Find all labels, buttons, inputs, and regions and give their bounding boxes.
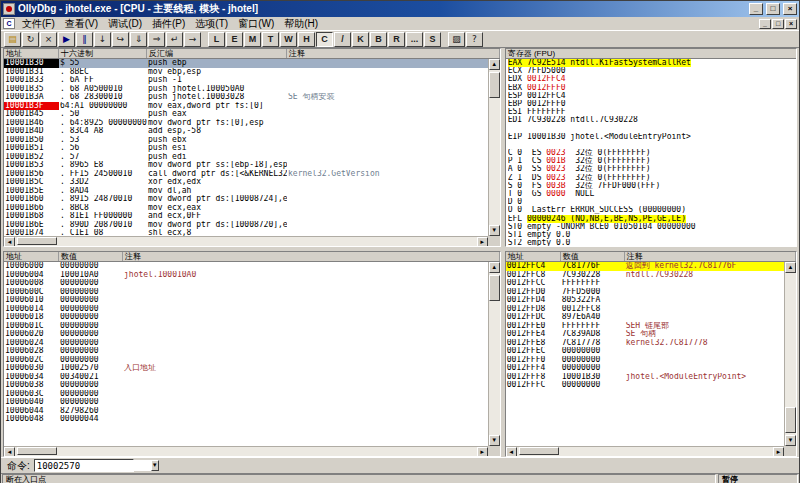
references-window-button[interactable]: R <box>388 32 405 47</box>
dump-row[interactable]: 10006024 00000000 <box>4 339 488 348</box>
register-line[interactable] <box>508 125 796 133</box>
disasm-row[interactable]: 10001B35 . 68 A0500010 push jhotel.10005… <box>4 85 488 94</box>
disasm-row[interactable]: 10001B60 . 8915 24870010 mov dword ptr d… <box>4 195 488 204</box>
scroll-right-icon[interactable]: ► <box>477 237 488 247</box>
dump-row[interactable]: 10006008 00000000 <box>4 279 488 288</box>
stack-row[interactable]: 0012FFF8 10001B30 jhotel.<ModuleEntryPoi… <box>506 373 784 382</box>
disasm-row[interactable]: 10001B66 . 8BC8 mov ecx,eax <box>4 204 488 213</box>
dump-row[interactable]: 10006040 00000000 <box>4 398 488 407</box>
stack-row[interactable]: 0012FFC8 7C930228 ntdll.7C930228 <box>506 271 784 280</box>
scrollbar-thumb[interactable] <box>785 407 796 433</box>
mdi-close-button[interactable]: × <box>785 19 797 29</box>
disasm-row[interactable]: 10001B68 . 81E1 FF000000 and ecx,0FF <box>4 212 488 221</box>
stack-horizontal-scrollbar[interactable]: ◄ ► <box>506 446 784 456</box>
menu-help[interactable]: 帮助(H) <box>279 17 323 31</box>
disasm-row[interactable]: 10001B30 $ 55 push ebp <box>4 59 488 68</box>
dump-row[interactable]: 10006028 00000000 <box>4 347 488 356</box>
menu-debug[interactable]: 调试(D) <box>103 17 147 31</box>
scroll-up-icon[interactable]: ▲ <box>489 59 500 70</box>
step-into-button[interactable]: ↓ <box>94 32 111 47</box>
disasm-row[interactable]: 10001B33 . 6A FF push -1 <box>4 76 488 85</box>
register-line[interactable]: ST1 empty 0.0 <box>508 231 796 239</box>
stack-row[interactable]: 0012FFDC 897E6A40 <box>506 313 784 322</box>
disasm-row[interactable]: 10001B74 . C1E1 08 shl ecx,8 <box>4 229 488 236</box>
register-line[interactable]: EBP 0012FFF0 <box>508 100 796 108</box>
disassembly-horizontal-scrollbar[interactable]: ◄ ► <box>4 236 488 246</box>
register-line[interactable]: O 0 LastErr ERROR_SUCCESS (00000000) <box>508 206 796 214</box>
dump-row[interactable]: 10006014 00000000 <box>4 305 488 314</box>
stack-row[interactable]: 0012FFFC 00000000 <box>506 381 784 390</box>
register-line[interactable]: EFL 00000246 (NO,NB,E,BE,NS,PE,GE,LE) <box>508 215 796 223</box>
register-line[interactable]: EIP 10001B30 jhotel.<ModuleEntryPoint> <box>508 133 796 141</box>
dump-row[interactable]: 1000603C 00000000 <box>4 390 488 399</box>
help-button[interactable]: ? <box>466 32 483 47</box>
mdi-minimize-button[interactable]: _ <box>759 19 771 29</box>
register-line[interactable]: ST0 empty -UNORM BCE0 01050104 00000000 <box>508 223 796 231</box>
disasm-row[interactable]: 10001B3A . 68 28300010 push jhotel.10003… <box>4 93 488 102</box>
minimize-button[interactable]: _ <box>749 3 763 15</box>
disasm-row[interactable]: 10001B52 . 57 push edi <box>4 153 488 162</box>
scroll-down-icon[interactable]: ▼ <box>785 435 796 446</box>
dump-row[interactable]: 1000602C 00000000 <box>4 356 488 365</box>
scroll-right-icon[interactable]: ► <box>477 447 488 457</box>
dump-vertical-scrollbar[interactable]: ▲ ▼ <box>488 262 500 446</box>
register-line[interactable]: ESP 0012FFC4 <box>508 92 796 100</box>
dump-row[interactable]: 1000601C 00000000 <box>4 322 488 331</box>
run-button[interactable]: ▶ <box>58 32 75 47</box>
disasm-row[interactable]: 10001B4D . 83C4 A8 add esp,-58 <box>4 127 488 136</box>
command-input[interactable] <box>35 460 151 471</box>
register-line[interactable]: D 0 <box>508 198 796 206</box>
menu-window[interactable]: 窗口(W) <box>233 17 279 31</box>
stack-row[interactable]: 0012FFE4 7C839AD8 SE 句柄 <box>506 330 784 339</box>
step-over-button[interactable]: ↪ <box>112 32 129 47</box>
register-line[interactable]: EBX 0012FFF0 <box>508 84 796 92</box>
disasm-row[interactable]: 10001B3F 64:A1 00000000 mov eax,dword pt… <box>4 102 488 111</box>
threads-window-button[interactable]: T <box>262 32 279 47</box>
cpu-window-button[interactable]: C <box>316 32 333 47</box>
restart-button[interactable]: ↻ <box>22 32 39 47</box>
dump-row[interactable]: 10006038 00000000 <box>4 381 488 390</box>
patches-window-button[interactable]: / <box>334 32 351 47</box>
executables-window-button[interactable]: E <box>226 32 243 47</box>
dump-row[interactable]: 10006020 00000000 <box>4 330 488 339</box>
dump-row[interactable]: 10006010 00000000 <box>4 296 488 305</box>
stack-row[interactable]: 0012FFC4 7C81776F 返回到 kernel32.7C81776F <box>506 262 784 271</box>
menu-file[interactable]: 文件(F) <box>17 17 60 31</box>
options-button[interactable]: ▨ <box>448 32 465 47</box>
register-line[interactable]: EDI 7C930228 ntdll.7C930228 <box>508 116 796 124</box>
scroll-down-icon[interactable]: ▼ <box>489 435 500 446</box>
close-button[interactable]: × <box>783 3 797 15</box>
register-line[interactable]: Z 1 DS 0023 32位 0(FFFFFFFF) <box>508 174 796 182</box>
scrollbar-thumb[interactable] <box>489 72 500 98</box>
breakpoints-window-button[interactable]: B <box>370 32 387 47</box>
stack-row[interactable]: 0012FFD4 805322FA <box>506 296 784 305</box>
mdi-restore-button[interactable]: □ <box>772 19 784 29</box>
scrollbar-thumb[interactable] <box>17 447 57 455</box>
dump-row[interactable]: 10006030 10002570 入口地址 <box>4 364 488 373</box>
pause-button[interactable]: ‖ <box>76 32 93 47</box>
register-line[interactable]: A 0 SS 0023 32位 0(FFFFFFFF) <box>508 165 796 173</box>
menu-view[interactable]: 查看(V) <box>60 17 103 31</box>
register-line[interactable]: ESI FFFFFFFF <box>508 108 796 116</box>
execute-till-return-button[interactable]: ↵ <box>166 32 183 47</box>
scroll-up-icon[interactable]: ▲ <box>785 262 796 273</box>
close-program-button[interactable]: × <box>40 32 57 47</box>
disasm-row[interactable]: 10001B31 . 8BEC mov ebp,esp <box>4 68 488 77</box>
disasm-row[interactable]: 10001B46 . 64:8925 00000000 mov dword pt… <box>4 119 488 128</box>
memory-window-button[interactable]: M <box>244 32 261 47</box>
dump-row[interactable]: 10006004 100010A0 jhotel.100010A0 <box>4 271 488 280</box>
open-file-button[interactable]: ▤ <box>4 32 21 47</box>
scroll-left-icon[interactable]: ◄ <box>4 237 15 247</box>
disasm-row[interactable]: 10001B51 . 56 push esi <box>4 144 488 153</box>
stack-vertical-scrollbar[interactable]: ▲ ▼ <box>784 262 796 446</box>
chevron-down-icon[interactable]: ▼ <box>151 460 159 471</box>
call-stack-window-button[interactable]: K <box>352 32 369 47</box>
dump-row[interactable]: 10006048 00000044 <box>4 415 488 424</box>
windows-window-button[interactable]: W <box>280 32 297 47</box>
menu-options[interactable]: 选项(T) <box>190 17 233 31</box>
stack-row[interactable]: 0012FFF4 00000000 <box>506 364 784 373</box>
disasm-row[interactable]: 10001B53 . 8965 E8 mov dword ptr ss:[ebp… <box>4 161 488 170</box>
scroll-up-icon[interactable]: ▲ <box>489 262 500 273</box>
handles-window-button[interactable]: H <box>298 32 315 47</box>
stack-row[interactable]: 0012FFF0 00000000 <box>506 356 784 365</box>
